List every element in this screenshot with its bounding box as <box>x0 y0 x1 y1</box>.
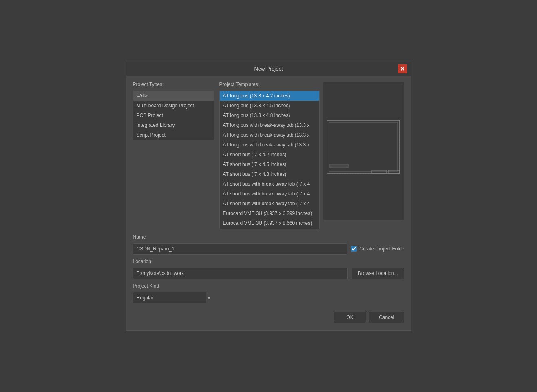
svg-rect-0 <box>327 120 400 173</box>
template-item-3[interactable]: AT long bus with break-away tab (13.3 x <box>220 120 319 130</box>
ok-button[interactable]: OK <box>334 312 366 323</box>
name-row: Name Create Project Folde <box>133 234 404 255</box>
name-label: Name <box>133 234 404 240</box>
project-type-item-all[interactable]: <All> <box>133 91 214 101</box>
template-item-9[interactable]: AT short bus with break-away tab ( 7 x 4 <box>220 179 319 189</box>
svg-rect-4 <box>330 164 348 168</box>
location-row: Location Browse Location... <box>133 259 404 279</box>
svg-rect-3 <box>388 170 400 173</box>
preview-image <box>325 116 402 186</box>
location-label: Location <box>133 259 404 264</box>
project-kind-row: Project Kind Regular Managed <box>133 283 404 303</box>
project-kind-label: Project Kind <box>133 283 404 289</box>
project-kind-select-wrapper: Regular Managed <box>133 292 214 303</box>
preview-panel <box>323 82 404 220</box>
left-panel: Project Types: <All> Multi-board Design … <box>133 82 214 229</box>
name-row-horizontal: Create Project Folde <box>133 243 404 255</box>
project-type-item-multiboard[interactable]: Multi-board Design Project <box>133 101 214 111</box>
project-type-item-pcb[interactable]: PCB Project <box>133 111 214 120</box>
project-types-list: <All> Multi-board Design Project PCB Pro… <box>133 91 214 140</box>
right-panel: Project Templates: AT long bus (13.3 x 4… <box>219 82 404 229</box>
cancel-button[interactable]: Cancel <box>369 312 404 323</box>
svg-rect-2 <box>372 170 387 173</box>
project-type-item-intlib[interactable]: Integrated Library <box>133 120 214 130</box>
footer-row: OK Cancel <box>133 312 404 325</box>
create-folder-container: Create Project Folde <box>351 246 404 252</box>
template-item-2[interactable]: AT long bus (13.3 x 4.8 inches) <box>220 111 319 120</box>
name-input[interactable] <box>133 243 347 255</box>
template-item-7[interactable]: AT short bus ( 7 x 4.5 inches) <box>220 159 319 169</box>
template-item-14[interactable]: Eurocard VME 3U with break-away tab (. <box>220 228 319 229</box>
create-folder-checkbox[interactable] <box>351 246 357 252</box>
template-item-13[interactable]: Eurocard VME 3U (3.937 x 8.660 inches) <box>220 218 319 228</box>
dialog-titlebar: New Project ✕ <box>126 62 411 76</box>
template-item-5[interactable]: AT long bus with break-away tab (13.3 x <box>220 140 319 150</box>
svg-rect-1 <box>329 122 398 171</box>
close-button[interactable]: ✕ <box>398 64 407 73</box>
template-item-1[interactable]: AT long bus (13.3 x 4.5 inches) <box>220 101 319 111</box>
template-item-4[interactable]: AT long bus with break-away tab (13.3 x <box>220 130 319 140</box>
template-item-11[interactable]: AT short bus with break-away tab ( 7 x 4 <box>220 199 319 208</box>
template-item-0[interactable]: AT long bus (13.3 x 4.2 inches) <box>220 91 319 101</box>
templates-list[interactable]: AT long bus (13.3 x 4.2 inches) AT long … <box>219 91 320 229</box>
dialog-title: New Project <box>139 66 398 72</box>
template-item-10[interactable]: AT short bus with break-away tab ( 7 x 4 <box>220 189 319 199</box>
dialog-overlay: New Project ✕ Project Types: <All> Multi… <box>0 0 537 392</box>
dialog-body: Project Types: <All> Multi-board Design … <box>126 76 411 330</box>
template-item-6[interactable]: AT short bus ( 7 x 4.2 inches) <box>220 150 319 159</box>
project-kind-select[interactable]: Regular Managed <box>133 292 206 303</box>
location-row-horizontal: Browse Location... <box>133 268 404 279</box>
templates-section: Project Templates: AT long bus (13.3 x 4… <box>219 82 320 229</box>
template-item-8[interactable]: AT short bus ( 7 x 4.8 inches) <box>220 169 319 179</box>
browse-location-button[interactable]: Browse Location... <box>352 268 404 279</box>
top-section: Project Types: <All> Multi-board Design … <box>133 82 404 229</box>
project-type-item-script[interactable]: Script Project <box>133 130 214 140</box>
create-folder-label: Create Project Folde <box>359 246 404 252</box>
project-templates-label: Project Templates: <box>219 82 320 87</box>
project-types-label: Project Types: <box>133 82 214 87</box>
bottom-section: Name Create Project Folde Location B <box>133 234 404 303</box>
new-project-dialog: New Project ✕ Project Types: <All> Multi… <box>126 62 411 331</box>
location-input[interactable] <box>133 268 348 279</box>
template-item-12[interactable]: Eurocard VME 3U (3.937 x 6.299 inches) <box>220 208 319 218</box>
